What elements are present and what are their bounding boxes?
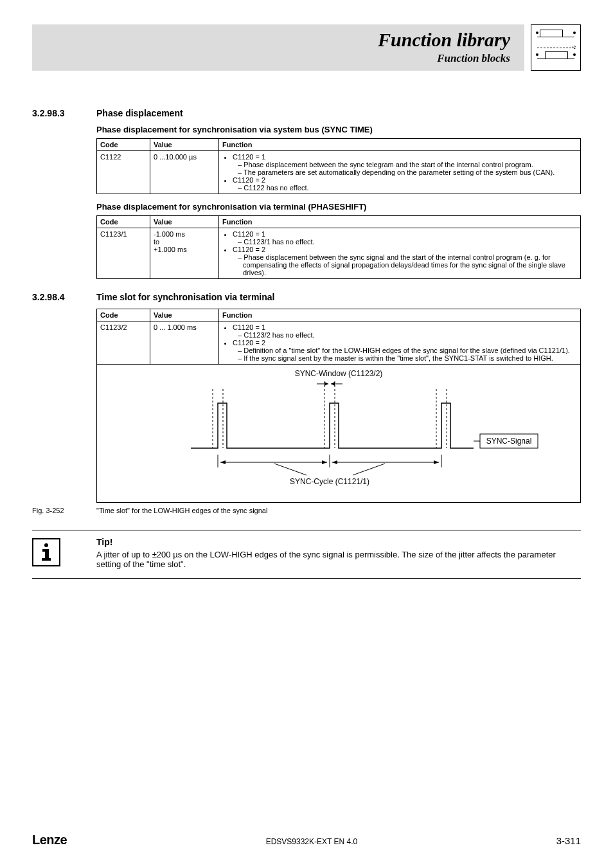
bullet-text: C1120 = 2 — [233, 176, 265, 184]
svg-line-23 — [353, 464, 385, 475]
cell-code: C1123/1 — [97, 228, 150, 279]
sync-diagram: SYNC-Window (C1123/2) — [97, 365, 580, 500]
dash-text: Phase displacement between the sync tele… — [236, 161, 577, 168]
section-title: Phase displacement — [96, 108, 581, 118]
th-function: Function — [219, 216, 581, 228]
dash-text: C1123/1 has no effect. — [236, 238, 577, 246]
table-time-slot: Code Value Function C1123/2 0 ... 1.000 … — [96, 309, 581, 365]
table-row: C1123/2 0 ... 1.000 ms C1120 = 1 C1123/2… — [97, 321, 581, 365]
table-sync-time: Code Value Function C1122 0 ...10.000 µs… — [96, 138, 581, 194]
th-function: Function — [219, 139, 581, 151]
svg-marker-18 — [322, 460, 327, 464]
dash-text: C1122 has no effect. — [236, 184, 577, 192]
th-function: Function — [219, 309, 581, 321]
page: Function library Function blocks 3.2.98.… — [0, 0, 613, 868]
page-number: 3-311 — [556, 835, 581, 846]
th-code: Code — [97, 309, 150, 321]
bullet-text: C1120 = 1 — [233, 230, 265, 238]
header-title: Function library — [378, 30, 510, 50]
dash-text: The parameters are set automatically dep… — [236, 168, 577, 176]
cell-function: C1120 = 1 Phase displacement between the… — [219, 151, 581, 194]
header-subtitle: Function blocks — [378, 52, 510, 65]
bullet-text: C1120 = 1 — [233, 323, 265, 331]
dash-text: Phase displacement between the sync sign… — [236, 253, 577, 276]
sync-cycle-label: SYNC-Cycle (C1121/1) — [290, 477, 369, 486]
function-block-icon — [531, 24, 581, 71]
th-code: Code — [97, 216, 150, 228]
sync-signal-label: SYNC-Signal — [486, 437, 532, 446]
cell-code: C1122 — [97, 151, 150, 194]
header-bar: Function library Function blocks — [32, 24, 524, 71]
svg-point-24 — [44, 543, 48, 547]
section-number: 3.2.98.3 — [32, 108, 96, 287]
brand-logo: Lenze — [32, 833, 67, 847]
page-header: Function library Function blocks — [32, 24, 581, 71]
info-icon — [32, 538, 60, 566]
svg-line-22 — [274, 464, 306, 475]
bullet-text: C1120 = 1 — [233, 153, 265, 161]
table-row: C1122 0 ...10.000 µs C1120 = 1 Phase dis… — [97, 151, 581, 194]
cell-code: C1123/2 — [97, 321, 150, 365]
subheading-phaseshift: Phase displacement for synchronisation v… — [96, 202, 581, 212]
cell-value: -1.000 ms to +1.000 ms — [150, 228, 219, 279]
figure-caption: Fig. 3-252 "Time slot" for the LOW-HIGH … — [32, 507, 581, 514]
table-phaseshift: Code Value Function C1123/1 -1.000 ms to… — [96, 215, 581, 279]
sync-window-label: SYNC-Window (C1123/2) — [295, 369, 383, 378]
th-value: Value — [150, 139, 219, 151]
cell-value: 0 ... 1.000 ms — [150, 321, 219, 365]
figure-sync-window: SYNC-Window (C1123/2) — [96, 365, 581, 503]
th-value: Value — [150, 309, 219, 321]
doc-id: EDSVS9332K-EXT EN 4.0 — [266, 837, 358, 846]
bullet-text: C1120 = 2 — [233, 246, 265, 253]
section-phase-displacement: 3.2.98.3 Phase displacement Phase displa… — [32, 108, 581, 287]
page-footer: Lenze EDSVS9332K-EXT EN 4.0 3-311 — [32, 833, 581, 847]
cell-function: C1120 = 1 C1123/2 has no effect. C1120 =… — [219, 321, 581, 365]
table-row: C1123/1 -1.000 ms to +1.000 ms C1120 = 1… — [97, 228, 581, 279]
svg-rect-26 — [45, 549, 49, 559]
tip-box: Tip! A jitter of up to ±200 µs on the LO… — [32, 530, 581, 579]
svg-rect-27 — [42, 558, 51, 561]
cell-value: 0 ...10.000 µs — [150, 151, 219, 194]
section-title: Time slot for synchronisation via termin… — [96, 292, 581, 302]
bullet-text: C1120 = 2 — [233, 339, 265, 347]
svg-marker-4 — [331, 382, 335, 386]
th-code: Code — [97, 139, 150, 151]
tip-body-text: A jitter of up to ±200 µs on the LOW-HIG… — [96, 550, 581, 569]
dash-text: If the sync signal sent by the master is… — [236, 354, 577, 362]
figure-caption-text: "Time slot" for the LOW-HIGH edges of th… — [96, 507, 267, 514]
th-value: Value — [150, 216, 219, 228]
dash-text: C1123/2 has no effect. — [236, 331, 577, 339]
svg-marker-17 — [220, 460, 226, 464]
dash-text: Definition of a "time slot" for the LOW-… — [236, 347, 577, 354]
svg-marker-21 — [434, 460, 439, 464]
cell-function: C1120 = 1 C1123/1 has no effect. C1120 =… — [219, 228, 581, 279]
subheading-sync-time: Phase displacement for synchronisation v… — [96, 125, 581, 134]
figure-number: Fig. 3-252 — [32, 507, 96, 514]
section-time-slot: 3.2.98.4 Time slot for synchronisation v… — [32, 292, 581, 579]
tip-title: Tip! — [96, 537, 581, 547]
tip-icon — [32, 537, 96, 569]
svg-marker-1 — [324, 382, 328, 386]
svg-marker-20 — [332, 460, 337, 464]
